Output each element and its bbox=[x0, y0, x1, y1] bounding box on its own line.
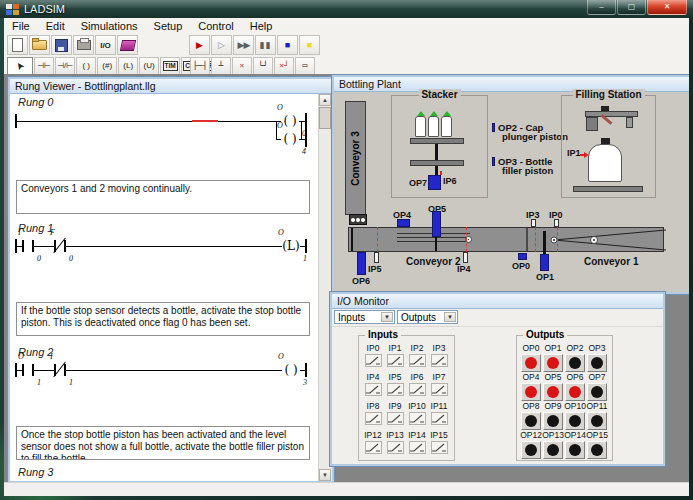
tool-timer[interactable]: TIM bbox=[160, 57, 180, 75]
menu-help[interactable]: Help bbox=[242, 18, 281, 33]
input-switch-IP5[interactable] bbox=[387, 383, 404, 396]
scrollbar-thumb[interactable] bbox=[319, 107, 331, 129]
divider bbox=[332, 326, 663, 327]
rung1-contact-flag0[interactable]: F 0 bbox=[54, 238, 66, 254]
client-area: File Edit Simulations Setup Control Help… bbox=[4, 18, 689, 496]
op5-rod bbox=[435, 237, 437, 251]
input-cell-IP5: IP5 bbox=[384, 373, 406, 402]
output-cell-OP2: OP2 bbox=[564, 344, 586, 373]
rung0-wire[interactable] bbox=[16, 121, 276, 122]
tool-run[interactable]: ▶ bbox=[189, 35, 210, 55]
tool-pause[interactable]: ▮▮ bbox=[255, 35, 276, 55]
contact-number: 1 bbox=[69, 378, 73, 387]
chevron-down-icon[interactable]: ▼ bbox=[381, 312, 393, 322]
tool-step[interactable]: ▷ bbox=[211, 35, 232, 55]
tool-wire-block[interactable]: ▭ bbox=[295, 57, 315, 75]
input-switch-IP3[interactable] bbox=[431, 354, 448, 367]
output-label: OP4 bbox=[522, 373, 539, 382]
tool-horizontal-wire[interactable]: ├─┤ bbox=[190, 57, 210, 75]
tool-select-cursor[interactable]: ➤ bbox=[7, 57, 33, 75]
menu-setup[interactable]: Setup bbox=[146, 18, 191, 33]
bottle-cap-icon bbox=[430, 111, 438, 116]
stacker-title: Stacker bbox=[418, 89, 460, 100]
step-icon: ▷ bbox=[218, 41, 225, 49]
menu-file[interactable]: File bbox=[4, 18, 38, 33]
tool-branch-down[interactable]: └┘ bbox=[253, 57, 273, 75]
input-switch-IP12[interactable] bbox=[365, 441, 382, 454]
rung2-coil-op3[interactable]: ( ) O 3 bbox=[282, 362, 300, 378]
close-button[interactable]: ✕ bbox=[647, 0, 687, 15]
input-switch-IP11[interactable] bbox=[431, 412, 448, 425]
rung1-latch-coil-op1[interactable]: (L) O 1 bbox=[282, 238, 300, 254]
tool-output-coil[interactable]: ( ) bbox=[76, 57, 96, 75]
rung2-comment[interactable]: Once the stop bottle piston has been act… bbox=[16, 426, 310, 460]
title-bar[interactable]: LADSIM – ▢ ✕ bbox=[0, 0, 693, 18]
input-switch-IP8[interactable] bbox=[365, 412, 382, 425]
menu-edit[interactable]: Edit bbox=[38, 18, 73, 33]
rung1-comment[interactable]: If the bottle stop sensor detects a bott… bbox=[16, 302, 310, 336]
rung0-comment[interactable]: Conveyors 1 and 2 moving continually. bbox=[16, 180, 310, 214]
rung1-contact-ip0[interactable]: I 0 bbox=[22, 238, 34, 254]
led-off-icon bbox=[591, 444, 603, 456]
input-label: IP11 bbox=[431, 402, 448, 411]
menu-simulations[interactable]: Simulations bbox=[73, 18, 146, 33]
new-file-button[interactable] bbox=[7, 35, 28, 55]
stacker-groupbox: Stacker OP7 IP6 bbox=[391, 95, 488, 198]
input-switch-IP1[interactable] bbox=[387, 354, 404, 367]
scroll-up-button[interactable]: ▲ bbox=[319, 94, 331, 106]
tool-delete-wire[interactable]: ✕ bbox=[232, 57, 252, 75]
input-switch-IP14[interactable] bbox=[409, 441, 426, 454]
tool-nc-contact[interactable]: ⊣/⊢ bbox=[55, 57, 75, 75]
tool-stop[interactable]: ■ bbox=[277, 35, 298, 55]
input-switch-IP15[interactable] bbox=[431, 441, 448, 454]
tool-latch-coil[interactable]: (L) bbox=[118, 57, 138, 75]
minimize-button[interactable]: – bbox=[587, 0, 616, 15]
input-switch-IP9[interactable] bbox=[387, 412, 404, 425]
chevron-down-icon[interactable]: ▼ bbox=[444, 312, 456, 322]
tool-unlatch-coil[interactable]: (U) bbox=[139, 57, 159, 75]
print-button[interactable] bbox=[73, 35, 94, 55]
up-arrow-icon: ▲ bbox=[322, 97, 328, 103]
output-label: OP0 bbox=[522, 344, 539, 353]
rung3-label: Rung 3 bbox=[18, 466, 53, 478]
save-button[interactable] bbox=[51, 35, 72, 55]
menu-control[interactable]: Control bbox=[190, 18, 241, 33]
output-label: OP13 bbox=[542, 431, 564, 440]
outputs-dropdown[interactable]: Outputs ▼ bbox=[397, 310, 458, 324]
input-cell-IP0: IP0 bbox=[362, 344, 384, 373]
input-switch-IP10[interactable] bbox=[409, 412, 426, 425]
tool-special-coil[interactable]: (#) bbox=[97, 57, 117, 75]
input-switch-IP4[interactable] bbox=[365, 383, 382, 396]
op5-piston bbox=[432, 211, 441, 237]
rung0-coil-op0[interactable]: ( ) O 0 bbox=[281, 113, 299, 129]
rung0-coil-op4[interactable]: ( ) O 4 bbox=[281, 131, 299, 147]
tool-delete-branch[interactable]: ✕┘ bbox=[274, 57, 294, 75]
ip4-label: IP4 bbox=[457, 264, 471, 274]
op7-label: OP7 bbox=[409, 178, 427, 188]
rung-viewer-titlebar[interactable]: Rung Viewer - Bottlingplant.llg bbox=[10, 79, 332, 94]
ip4-sensor bbox=[463, 252, 468, 263]
maximize-button[interactable]: ▢ bbox=[617, 0, 646, 15]
open-file-button[interactable] bbox=[29, 35, 50, 55]
coil-number: 3 bbox=[303, 378, 307, 387]
outputs-dropdown-value: Outputs bbox=[401, 312, 436, 323]
input-switch-IP6[interactable] bbox=[409, 383, 426, 396]
input-switch-IP0[interactable] bbox=[365, 354, 382, 367]
tool-vertical-wire[interactable]: ┴ bbox=[211, 57, 231, 75]
op1-label: OP1 bbox=[536, 272, 554, 282]
printer-icon bbox=[77, 40, 91, 50]
tool-highlight[interactable]: ■ bbox=[299, 35, 320, 55]
help-book-button[interactable] bbox=[117, 35, 138, 55]
input-switch-IP2[interactable] bbox=[409, 354, 426, 367]
scroll-down-button[interactable]: ▼ bbox=[319, 469, 331, 481]
input-switch-IP7[interactable] bbox=[431, 383, 448, 396]
inputs-dropdown[interactable]: Inputs ▼ bbox=[334, 310, 395, 324]
io-monitor-button[interactable]: I/O bbox=[95, 35, 116, 55]
rung2-contact-ip1[interactable]: I 1 bbox=[54, 362, 66, 378]
io-monitor-titlebar[interactable]: I/O Monitor bbox=[332, 294, 663, 309]
tool-no-contact[interactable]: ⊣⊢ bbox=[34, 57, 54, 75]
input-switch-IP13[interactable] bbox=[387, 441, 404, 454]
tool-fast-run[interactable]: ▶▶ bbox=[233, 35, 254, 55]
ip6-label: IP6 bbox=[443, 176, 457, 186]
rung2-contact-op1[interactable]: O 1 bbox=[22, 362, 34, 378]
